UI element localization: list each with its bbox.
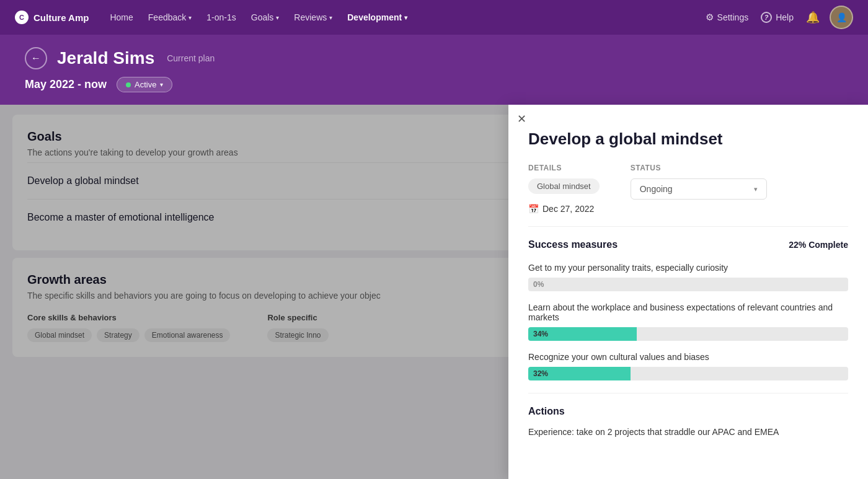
status-label: Status <box>631 164 767 172</box>
progress-label-3: 32% <box>533 369 548 378</box>
status-dot <box>126 82 131 87</box>
status-select[interactable]: Ongoing ▾ <box>631 178 767 200</box>
bell-icon: 🔔 <box>806 11 820 24</box>
progress-bar-bg-2: 34% <box>528 327 848 341</box>
panel-tag: Global mindset <box>528 178 600 194</box>
measure-row-2: Learn about the workplace and business e… <box>528 302 848 341</box>
bell-button[interactable]: 🔔 <box>806 11 820 24</box>
nav-development[interactable]: Development ▾ <box>341 9 414 26</box>
calendar-icon: 📅 <box>528 204 539 214</box>
back-button[interactable]: ← <box>25 47 47 69</box>
panel-date: 📅 Dec 27, 2022 <box>528 204 600 214</box>
logo-text: Culture Amp <box>33 12 89 23</box>
status-badge[interactable]: Active ▾ <box>117 77 172 92</box>
measure-row-3: Recognize your own cultural values and b… <box>528 352 848 380</box>
content-area: Goals The actions you're taking to devel… <box>0 105 868 479</box>
gear-icon: ⚙ <box>706 12 714 23</box>
date-range: May 2022 - now <box>25 78 107 91</box>
navigation: C Culture Amp Home Feedback ▾ 1-on-1s Go… <box>0 0 868 35</box>
chevron-down-icon: ▾ <box>188 14 192 21</box>
nav-goals[interactable]: Goals ▾ <box>245 9 286 26</box>
panel-meta: Details Global mindset 📅 Dec 27, 2022 St… <box>528 164 848 214</box>
measure-text-1: Get to my your personality traits, espec… <box>528 263 848 273</box>
logo[interactable]: C Culture Amp <box>15 11 89 24</box>
progress-label-1: 0% <box>533 280 544 289</box>
settings-nav[interactable]: ⚙ Settings <box>706 12 749 23</box>
question-icon: ? <box>761 12 772 23</box>
logo-icon: C <box>15 11 29 24</box>
success-header: Success measures 22% Complete <box>528 239 848 250</box>
avatar-image: 👤 <box>836 12 847 22</box>
divider <box>528 226 848 227</box>
back-arrow-icon: ← <box>31 53 41 64</box>
date-bar: May 2022 - now Active ▾ <box>0 77 868 105</box>
panel-title: Develop a global mindset <box>528 130 848 149</box>
complete-badge: 22% Complete <box>789 240 848 250</box>
details-label: Details <box>528 164 600 172</box>
side-panel: ✕ Develop a global mindset Details Globa… <box>508 105 868 479</box>
chevron-down-icon: ▾ <box>160 81 163 88</box>
chevron-down-icon: ▾ <box>329 14 332 21</box>
measure-text-3: Recognize your own cultural values and b… <box>528 352 848 362</box>
action-text: Experience: take on 2 projects that stra… <box>528 426 848 439</box>
chevron-down-icon: ▾ <box>276 14 279 21</box>
close-button[interactable]: ✕ <box>517 113 526 125</box>
page-header: ← Jerald Sims Current plan <box>0 35 868 77</box>
nav-home[interactable]: Home <box>104 9 139 26</box>
page-subtitle: Current plan <box>167 53 215 63</box>
close-icon: ✕ <box>517 113 526 125</box>
page-title: Jerald Sims <box>57 48 154 68</box>
nav-1on1s[interactable]: 1-on-1s <box>200 9 242 26</box>
nav-reviews[interactable]: Reviews ▾ <box>288 9 339 26</box>
progress-bar-bg-1: 0% <box>528 278 848 291</box>
progress-label-2: 34% <box>533 330 548 338</box>
progress-bar-bg-3: 32% <box>528 367 848 380</box>
avatar[interactable]: 👤 <box>830 6 853 29</box>
success-title: Success measures <box>528 239 618 250</box>
nav-feedback[interactable]: Feedback ▾ <box>142 9 198 26</box>
help-nav[interactable]: ? Help <box>761 12 794 23</box>
chevron-down-icon: ▾ <box>404 14 407 21</box>
chevron-down-icon: ▾ <box>754 185 758 193</box>
measure-row-1: Get to my your personality traits, espec… <box>528 263 848 291</box>
actions-title: Actions <box>528 406 848 417</box>
actions-section: Actions Experience: take on 2 projects t… <box>528 406 848 439</box>
measure-text-2: Learn about the workplace and business e… <box>528 302 848 322</box>
divider-2 <box>528 393 848 393</box>
